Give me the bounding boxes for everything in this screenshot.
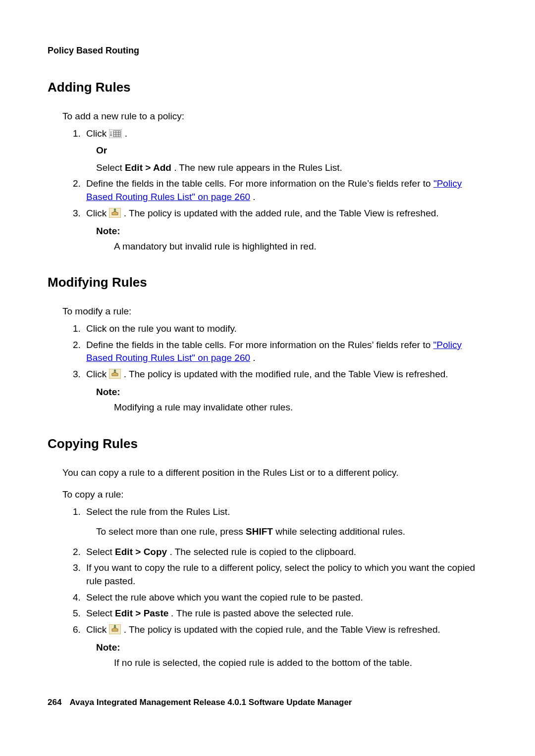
intro-modifying: To modify a rule:: [48, 305, 487, 318]
menu-path: Edit > Paste: [115, 608, 168, 618]
step-6: Click . The policy is updated with the c…: [83, 623, 487, 670]
step-text-tail: .: [125, 128, 127, 139]
or-label: Or: [96, 144, 487, 157]
step-4: Select the rule above which you want the…: [83, 591, 487, 605]
running-head: Policy Based Routing: [48, 46, 487, 56]
step-3: Click . The policy is updated with the m…: [83, 368, 487, 414]
step-2: Select Edit > Copy . The selected rule i…: [83, 546, 487, 559]
footer-title: Avaya Integrated Management Release 4.0.…: [69, 698, 352, 707]
key-shift: SHIFT: [246, 526, 273, 537]
text: . The selected rule is copied to the cli…: [169, 547, 356, 557]
page-number: 264: [48, 698, 61, 707]
apply-icon: [109, 208, 121, 218]
step-1-sub: To select more than one rule, press SHIF…: [96, 525, 487, 539]
punct: .: [171, 608, 174, 618]
apply-icon: [109, 624, 121, 634]
text: Click: [86, 369, 109, 379]
text: Select: [96, 162, 125, 173]
text: Define the fields in the table cells. Fo…: [86, 178, 433, 189]
step-3: Click . The policy is updated with the a…: [83, 207, 487, 253]
page-footer: 264 Avaya Integrated Management Release …: [48, 698, 352, 707]
step-3: If you want to copy the rule to a differ…: [83, 561, 487, 588]
step-1-alt: Select Edit > Add . The new rule appears…: [96, 161, 487, 175]
note-label: Note:: [96, 641, 487, 655]
text: . The policy is updated with the copied …: [124, 624, 440, 635]
note-body: Modifying a rule may invalidate other ru…: [114, 401, 487, 414]
text: To select more than one rule, press: [96, 526, 246, 537]
intro-adding: To add a new rule to a policy:: [48, 110, 487, 123]
heading-adding-rules: Adding Rules: [48, 80, 487, 95]
text: The rule is pasted above the selected ru…: [176, 608, 354, 618]
text: while selecting additional rules.: [275, 526, 405, 537]
intro-copying-1: You can copy a rule to a different posit…: [48, 466, 487, 480]
note-body: If no rule is selected, the copied rule …: [114, 656, 487, 670]
section-adding-rules: Adding Rules To add a new rule to a poli…: [48, 80, 487, 253]
document-page: Policy Based Routing Adding Rules To add…: [0, 0, 535, 756]
steps-modifying: Click on the rule you want to modify. De…: [48, 322, 487, 414]
note-label: Note:: [96, 386, 487, 399]
text: Click: [86, 208, 109, 218]
note-label: Note:: [96, 225, 487, 238]
text: .: [253, 192, 255, 202]
text: Select: [86, 608, 115, 618]
text: Click: [86, 624, 109, 635]
section-modifying-rules: Modifying Rules To modify a rule: Click …: [48, 275, 487, 414]
apply-icon: [109, 369, 121, 379]
step-5: Select Edit > Paste . The rule is pasted…: [83, 607, 487, 620]
step-1: Select the rule from the Rules List. To …: [83, 505, 487, 539]
menu-path: Edit > Add: [125, 162, 171, 173]
step-2: Define the fields in the table cells. Fo…: [83, 177, 487, 203]
text: Select the rule from the Rules List.: [86, 506, 230, 517]
text: . The new rule appears in the Rules List…: [174, 162, 342, 173]
menu-path: Edit > Copy: [115, 547, 167, 557]
steps-adding: Click . Or Select: [48, 127, 487, 253]
step-1: Click on the rule you want to modify.: [83, 322, 487, 336]
text: Select: [86, 547, 115, 557]
text: . The policy is updated with the modifie…: [124, 369, 448, 379]
intro-copying-2: To copy a rule:: [48, 488, 487, 502]
step-1: Click . Or Select: [83, 127, 487, 175]
heading-copying-rules: Copying Rules: [48, 436, 487, 452]
insert-row-icon: [109, 129, 122, 138]
steps-copying: Select the rule from the Rules List. To …: [48, 505, 487, 670]
step-2: Define the fields in the table cells. Fo…: [83, 339, 487, 365]
heading-modifying-rules: Modifying Rules: [48, 275, 487, 290]
step-text: Click: [86, 128, 109, 139]
text: Define the fields in the table cells. Fo…: [86, 340, 433, 350]
note-body: A mandatory but invalid rule is highligh…: [114, 240, 487, 253]
text: . The policy is updated with the added r…: [124, 208, 439, 218]
text: .: [253, 353, 255, 363]
section-copying-rules: Copying Rules You can copy a rule to a d…: [48, 436, 487, 670]
